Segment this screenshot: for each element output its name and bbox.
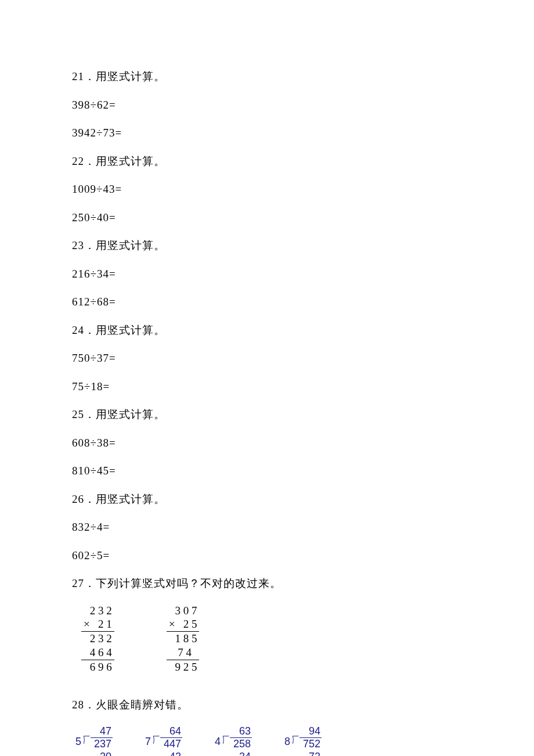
ld-quotient: 94 <box>300 725 322 739</box>
p24-eq-a: 750÷37= <box>72 350 534 367</box>
ld-dividend: 752 <box>300 738 322 751</box>
long-division-4: 8 ⟌ 94 752 72 32 32 0 <box>284 725 322 756</box>
p21-title: 21．用竖式计算。 <box>72 69 534 85</box>
ld-step: 72 <box>300 751 322 756</box>
vmul-row: × 2 5 <box>167 617 200 632</box>
division-bracket-icon: ⟌ <box>291 733 300 747</box>
vmul-row: 3 0 7 <box>167 604 200 618</box>
long-division-2: 7 ⟌ 64 447 42 27 28 1 <box>145 725 182 756</box>
p21-eq-a: 398÷62= <box>72 97 534 114</box>
ld-dividend: 258 <box>230 738 252 751</box>
ld-quotient: 63 <box>230 725 252 739</box>
ld-step: 42 <box>160 751 182 756</box>
p23-eq-b: 612÷68= <box>72 294 534 311</box>
division-bracket-icon: ⟌ <box>82 733 91 747</box>
division-bracket-icon: ⟌ <box>152 733 160 747</box>
ld-step: 20 <box>91 751 113 756</box>
ld-dividend: 237 <box>91 738 113 751</box>
p21-eq-b: 3942÷73= <box>72 125 534 142</box>
ld-dividend: 447 <box>160 738 182 751</box>
vmul-row: 4 6 4 <box>81 646 114 660</box>
p22-eq-b: 250÷40= <box>72 210 534 226</box>
vmul-row: 7 4 <box>167 646 200 660</box>
p25-title: 25．用竖式计算。 <box>72 406 534 423</box>
p28-long-divisions: 5 ⟌ 47 237 20 37 35 2 7 ⟌ 64 447 42 27 2… <box>75 725 534 756</box>
vmul-row: 2 3 2 <box>81 632 114 646</box>
ld-divisor: 5 <box>75 736 81 748</box>
p27-title: 27．下列计算竖式对吗？不对的改过来。 <box>72 575 534 592</box>
ld-divisor: 8 <box>284 736 290 748</box>
p22-eq-a: 1009÷43= <box>72 181 534 198</box>
p26-title: 26．用竖式计算。 <box>72 491 534 508</box>
p22-title: 22．用竖式计算。 <box>72 153 534 170</box>
p25-eq-a: 608÷38= <box>72 435 534 452</box>
long-division-3: 4 ⟌ 63 258 24 18 12 6 <box>215 725 252 756</box>
ld-divisor: 7 <box>145 736 151 748</box>
long-division-1: 5 ⟌ 47 237 20 37 35 2 <box>75 725 113 756</box>
p24-eq-b: 75÷18= <box>72 379 534 395</box>
vmul-row: 6 9 6 <box>81 660 114 674</box>
p27-worked-multiplications: 2 3 2 × 2 1 2 3 2 4 6 4 6 9 6 3 0 7 × 2 … <box>81 604 534 674</box>
vmul-row: × 2 1 <box>81 617 114 632</box>
ld-quotient: 47 <box>91 725 113 739</box>
vertical-mult-2: 3 0 7 × 2 5 1 8 5 7 4 9 2 5 <box>167 604 200 674</box>
p23-eq-a: 216÷34= <box>72 266 534 283</box>
p24-title: 24．用竖式计算。 <box>72 322 534 339</box>
p25-eq-b: 810÷45= <box>72 463 534 480</box>
p26-eq-b: 602÷5= <box>72 548 534 564</box>
vmul-row: 2 3 2 <box>81 604 114 618</box>
ld-quotient: 64 <box>160 725 182 739</box>
vmul-row: 1 8 5 <box>167 632 200 646</box>
division-bracket-icon: ⟌ <box>222 733 230 747</box>
ld-step: 24 <box>230 751 252 756</box>
vmul-row: 9 2 5 <box>167 660 200 674</box>
p28-title: 28．火眼金睛辨对错。 <box>72 697 534 714</box>
p26-eq-a: 832÷4= <box>72 519 534 536</box>
vertical-mult-1: 2 3 2 × 2 1 2 3 2 4 6 4 6 9 6 <box>81 604 114 674</box>
p23-title: 23．用竖式计算。 <box>72 237 534 254</box>
ld-divisor: 4 <box>215 736 221 748</box>
